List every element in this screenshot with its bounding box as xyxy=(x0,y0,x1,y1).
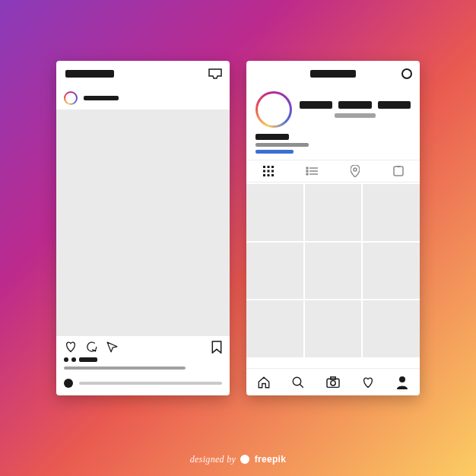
save-button[interactable] xyxy=(211,341,222,354)
share-button[interactable] xyxy=(106,341,119,354)
svg-rect-8 xyxy=(271,174,274,176)
post-caption xyxy=(64,367,186,370)
profile-screen xyxy=(246,61,420,395)
liker-avatar xyxy=(64,357,68,362)
self-avatar xyxy=(64,379,73,388)
bio-description xyxy=(255,143,309,147)
svg-point-15 xyxy=(354,168,357,171)
like-button[interactable] xyxy=(64,341,78,353)
profile-stats xyxy=(300,101,411,109)
tab-tagged-in[interactable] xyxy=(376,160,420,182)
post-header xyxy=(56,87,230,109)
grid-tile[interactable] xyxy=(363,243,420,300)
stat-posts[interactable] xyxy=(300,101,332,109)
attribution: designed by freepik xyxy=(0,454,476,465)
nav-activity[interactable] xyxy=(351,369,386,395)
svg-rect-4 xyxy=(267,170,269,173)
profile-tabs xyxy=(246,160,420,182)
svg-point-9 xyxy=(306,167,308,169)
profile-bio xyxy=(246,134,420,160)
svg-point-13 xyxy=(306,173,308,175)
bottom-nav xyxy=(246,368,420,395)
likes-count[interactable] xyxy=(79,357,97,362)
add-comment-row[interactable] xyxy=(56,373,230,395)
svg-rect-3 xyxy=(263,170,265,173)
add-comment-input[interactable] xyxy=(79,382,222,385)
grid-tile[interactable] xyxy=(363,184,420,241)
freepik-logo-icon xyxy=(240,455,249,464)
svg-rect-2 xyxy=(271,166,274,168)
svg-rect-0 xyxy=(263,166,265,168)
history-icon[interactable] xyxy=(401,68,412,79)
svg-rect-17 xyxy=(397,166,400,167)
svg-rect-16 xyxy=(394,167,403,176)
grid-tile[interactable] xyxy=(305,300,362,357)
grid-tile[interactable] xyxy=(305,184,362,241)
tab-list[interactable] xyxy=(290,160,333,182)
profile-grid xyxy=(246,182,420,357)
svg-rect-21 xyxy=(331,376,335,379)
author-story-ring[interactable] xyxy=(64,91,78,105)
profile-top xyxy=(246,87,420,134)
inbox-icon[interactable] xyxy=(208,68,222,79)
credit-brand: freepik xyxy=(255,454,286,465)
comment-button[interactable] xyxy=(85,341,98,354)
svg-rect-7 xyxy=(267,174,269,176)
grid-tile[interactable] xyxy=(246,243,303,300)
svg-rect-5 xyxy=(271,170,274,173)
bio-link[interactable] xyxy=(255,150,294,154)
grid-tile[interactable] xyxy=(246,184,303,241)
nav-profile[interactable] xyxy=(385,369,420,395)
stat-following[interactable] xyxy=(378,101,411,109)
grid-tile[interactable] xyxy=(305,243,362,300)
profile-header xyxy=(246,61,420,87)
post-image[interactable] xyxy=(56,109,230,336)
tab-tagged-location[interactable] xyxy=(333,160,376,182)
nav-home[interactable] xyxy=(246,369,281,395)
post-author[interactable] xyxy=(84,96,119,100)
feed-screen xyxy=(56,61,230,395)
tab-grid[interactable] xyxy=(246,160,290,182)
svg-point-22 xyxy=(331,380,335,385)
credit-prefix: designed by xyxy=(190,454,236,465)
caption-row xyxy=(56,365,230,373)
svg-rect-6 xyxy=(263,174,265,176)
app-logo xyxy=(65,70,114,78)
feed-header xyxy=(56,61,230,87)
likes-row xyxy=(56,357,230,365)
nav-camera[interactable] xyxy=(316,369,351,395)
bio-name xyxy=(255,134,289,140)
grid-tile[interactable] xyxy=(363,300,420,357)
profile-handle xyxy=(310,70,356,78)
stat-followers[interactable] xyxy=(338,101,371,109)
svg-rect-1 xyxy=(267,166,269,168)
svg-point-23 xyxy=(399,376,405,382)
svg-point-11 xyxy=(306,170,308,172)
grid-tile[interactable] xyxy=(246,300,303,357)
svg-line-19 xyxy=(300,384,304,388)
post-actions xyxy=(56,336,230,357)
profile-avatar-ring[interactable] xyxy=(255,91,292,128)
nav-search[interactable] xyxy=(281,369,316,395)
svg-point-18 xyxy=(294,377,302,386)
follow-button[interactable] xyxy=(335,113,376,118)
liker-avatar xyxy=(71,357,76,362)
